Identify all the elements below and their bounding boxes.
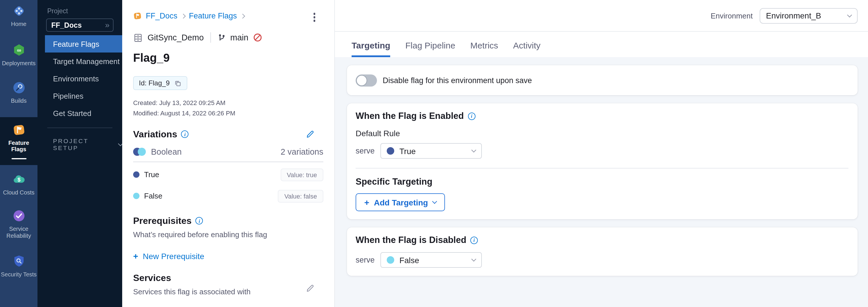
- rail-item-deployments[interactable]: ∞ Deployments: [0, 43, 37, 66]
- tab-activity[interactable]: Activity: [513, 40, 540, 57]
- rail-label: Feature Flags: [0, 139, 37, 152]
- toggle-knob: [356, 75, 367, 86]
- sidebar-item-environments[interactable]: Environments: [37, 70, 122, 87]
- rail-item-service-reliability[interactable]: Service Reliability: [0, 208, 37, 239]
- disabled-heading: When the Flag is Disabled: [355, 235, 466, 245]
- variation-type: Boolean: [133, 147, 182, 156]
- prerequisites-description: What’s required before enabling this fla…: [133, 230, 323, 239]
- default-rule-label: Default Rule: [355, 129, 848, 138]
- serve-label: serve: [355, 146, 375, 155]
- environment-label: Environment: [711, 11, 753, 20]
- rail-item-security-tests[interactable]: Security Tests: [0, 254, 37, 278]
- edit-variations-button[interactable]: [306, 130, 315, 139]
- variation-color-dot: [387, 256, 394, 264]
- environment-select[interactable]: Environment_B: [760, 8, 858, 23]
- module-rail: Home ∞ Deployments Builds Feature Flags …: [0, 0, 37, 307]
- services-description: Services this flag is associated with: [133, 287, 251, 296]
- variations-heading-group: Variations i: [133, 129, 189, 139]
- project-nav: Feature Flags Target Management Environm…: [37, 35, 122, 122]
- project-section-label: Project: [47, 7, 122, 15]
- app-root: Home ∞ Deployments Builds Feature Flags …: [0, 0, 868, 307]
- tab-flag-pipeline[interactable]: Flag Pipeline: [405, 40, 455, 57]
- variation-color-dot: [387, 147, 394, 155]
- plus-icon: +: [364, 198, 369, 206]
- serve-value: False: [399, 255, 419, 264]
- service-reliability-icon: [11, 208, 26, 223]
- divider: [133, 161, 323, 162]
- sidebar-item-pipelines[interactable]: Pipelines: [37, 87, 122, 105]
- rail-item-home[interactable]: Home: [0, 3, 37, 27]
- rail-item-builds[interactable]: Builds: [0, 80, 37, 104]
- svg-text:$: $: [17, 176, 21, 183]
- git-sync-bar: GitSync_Demo main: [133, 32, 323, 43]
- info-icon[interactable]: i: [181, 131, 189, 138]
- info-icon[interactable]: i: [470, 236, 478, 244]
- variation-row-true: True Value: true: [133, 168, 323, 181]
- enabled-heading-group: When the Flag is Enabled i: [355, 111, 848, 121]
- flag-detail-panel: FF_Docs Feature Flags GitSync_Demo main …: [122, 0, 335, 307]
- flag-options-menu-button[interactable]: [312, 11, 316, 23]
- deployments-icon: ∞: [11, 43, 26, 57]
- git-repo-name: GitSync_Demo: [148, 33, 204, 42]
- add-targeting-button[interactable]: + Add Targeting: [355, 193, 445, 211]
- flag-id-text: Id: Flag_9: [139, 79, 170, 87]
- serve-variation-select-disabled[interactable]: False: [380, 252, 482, 268]
- variation-name-group: True: [133, 170, 159, 179]
- variation-color-dot: [133, 171, 140, 178]
- specific-targeting-heading: Specific Targeting: [355, 176, 848, 187]
- feature-flags-mini-icon: [133, 11, 142, 20]
- variation-value-badge: Value: true: [280, 168, 323, 181]
- serve-variation-select-enabled[interactable]: True: [380, 143, 482, 159]
- git-branch-name: main: [230, 33, 248, 42]
- services-header-row: Services Services this flag is associate…: [133, 273, 323, 296]
- tab-targeting[interactable]: Targeting: [351, 40, 390, 57]
- home-icon: [11, 3, 26, 19]
- chevron-right-icon: [240, 13, 245, 19]
- project-name: FF_Docs: [51, 21, 82, 29]
- tab-metrics[interactable]: Metrics: [470, 40, 498, 57]
- rail-label: Cloud Costs: [3, 189, 35, 196]
- breadcrumb-link-project[interactable]: FF_Docs: [146, 11, 178, 20]
- rail-label: Builds: [11, 97, 27, 104]
- divider: [210, 32, 211, 43]
- flag-created: Created: July 13, 2022 09:25 AM: [133, 99, 323, 109]
- rail-label: Service Reliability: [0, 226, 37, 239]
- rail-label: Home: [11, 21, 26, 27]
- svg-text:∞: ∞: [17, 47, 21, 53]
- sidebar-item-target-management[interactable]: Target Management: [37, 53, 122, 70]
- variation-type-label: Boolean: [151, 147, 182, 156]
- divider: [355, 168, 848, 168]
- flag-meta: Created: July 13, 2022 09:25 AM Modified…: [133, 99, 323, 119]
- copy-icon[interactable]: [174, 80, 182, 87]
- services-heading-group: Services: [133, 273, 251, 283]
- breadcrumb-link-feature-flags[interactable]: Feature Flags: [189, 11, 237, 20]
- targeting-content: Disable flag for this environment upon s…: [335, 57, 868, 307]
- flag-title: Flag_9: [133, 51, 323, 65]
- sidebar-item-feature-flags[interactable]: Feature Flags: [45, 35, 122, 53]
- prerequisites-heading-group: Prerequisites i: [133, 216, 323, 226]
- project-selector[interactable]: FF_Docs »: [46, 19, 114, 32]
- flag-enabled-card: When the Flag is Enabled i Default Rule …: [347, 103, 858, 219]
- project-setup-toggle[interactable]: PROJECT SETUP: [53, 137, 122, 151]
- variation-count: 2 variations: [281, 147, 323, 156]
- builds-icon: [11, 80, 26, 95]
- info-icon[interactable]: i: [196, 217, 203, 224]
- rail-item-cloud-costs[interactable]: $ Cloud Costs: [0, 172, 37, 196]
- project-setup-label: PROJECT SETUP: [53, 137, 113, 151]
- sidebar-item-get-started[interactable]: Get Started: [37, 105, 122, 122]
- rail-item-feature-flags[interactable]: Feature Flags: [0, 117, 37, 165]
- chevron-down-icon: [471, 148, 476, 152]
- variation-color-dot: [133, 193, 140, 199]
- chevron-down-icon: [847, 12, 852, 17]
- rail-label: Deployments: [2, 60, 36, 66]
- security-tests-icon: [11, 254, 26, 269]
- info-icon[interactable]: i: [468, 112, 475, 120]
- serve-row-disabled: serve False: [355, 252, 848, 268]
- disable-flag-toggle[interactable]: [355, 74, 377, 86]
- pencil-icon: [306, 284, 315, 293]
- edit-services-button[interactable]: [306, 284, 315, 293]
- variation-type-row: Boolean 2 variations: [133, 147, 323, 156]
- variation-value-badge: Value: false: [278, 190, 323, 202]
- new-prerequisite-button[interactable]: + New Prerequisite: [133, 251, 323, 260]
- flag-tabs: Targeting Flag Pipeline Metrics Activity: [335, 32, 868, 57]
